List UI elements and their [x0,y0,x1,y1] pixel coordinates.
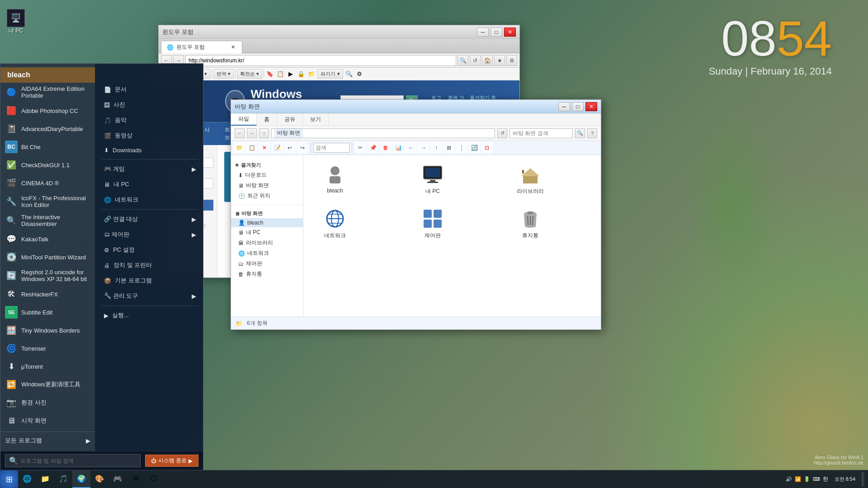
browser-tab-active[interactable]: 🌐 윈도우 포럼 ✕ [161,41,242,53]
tool-undo[interactable]: ↩ [284,142,296,154]
taskbar-clock[interactable]: 오전 8:54 [831,476,859,482]
tool-delete[interactable]: ✕ [259,142,270,154]
sm-checkdisk[interactable]: ✅ CheckDiskGUI 1.1 [0,156,95,174]
sm-torrenser[interactable]: 🌀 Torrenser [0,339,95,357]
file-network[interactable]: 네트워크 [308,204,362,244]
tree-downloads[interactable]: ⬇ 다운로드 [231,170,303,180]
search-btn2[interactable]: 확전손 ▾ [237,69,262,79]
sm-subtitleedit[interactable]: SE Subtitle Edit [0,303,95,321]
sm-minitool[interactable]: 💽 MiniTool Partition Wizard [0,248,95,266]
tool-extra1[interactable]: 🔄 [468,142,480,154]
taskbar-explorer[interactable]: 📁 [36,470,54,488]
ribbon-tab-share[interactable]: 공유 [277,113,303,126]
translate-btn[interactable]: 번역 ▾ [213,69,234,79]
tool-extra2[interactable]: ⊡ [481,142,493,154]
sm-reshacker[interactable]: 🛠 ResHackerFX [0,285,95,303]
sm-startscreen[interactable]: 🖥 시작 화면 [0,412,95,430]
show-desktop-button[interactable] [862,472,864,487]
tool-copy[interactable]: 📋 [246,142,258,154]
start-search-input[interactable] [20,458,88,464]
file-bleach[interactable]: bleach [308,160,362,199]
icon7[interactable]: ⚙ [355,70,364,79]
tray-icon3[interactable]: 🔋 [804,476,810,482]
tool-rename[interactable]: 📝 [271,142,283,154]
taskbar-media[interactable]: 🎵 [54,470,72,488]
tool-more[interactable]: ⋮ [456,142,467,154]
icon5[interactable]: 📁 [307,70,316,79]
ribbon-tab-file[interactable]: 파일 [231,113,257,126]
sm-ida[interactable]: 🔍 The Interactive Disassembler [0,211,95,230]
file-mypc[interactable]: 내 PC [406,160,460,199]
tool-back[interactable]: ← [405,142,417,154]
star-button[interactable]: ★ [494,55,505,66]
sm-right-admin[interactable]: 🔧 관리 도구▶ [102,288,198,304]
url-input[interactable] [185,55,456,66]
taskbar-ie[interactable]: 🌐 [18,470,36,488]
sm-photoshop[interactable]: 🟥 Adobe Photoshop CC [0,102,95,120]
tool-properties[interactable]: 📊 [392,142,404,154]
sm-aida64[interactable]: 🔵 AIDA64 Extreme Edition Portable [0,83,95,102]
sm-right-network[interactable]: 🌐네트워크 [102,192,198,207]
icon4[interactable]: 🔒 [297,70,306,79]
tree-trash[interactable]: 🗑 휴지통 [231,269,303,279]
ribbon-tab-home[interactable]: 홈 [257,113,277,126]
sm-tinywindows[interactable]: 🪟 Tiny Windows Borders [0,321,95,339]
sm-diary[interactable]: 📓 AdvancedDiaryPortable [0,120,95,138]
taskbar-browser-active[interactable]: 🌍 [72,470,90,488]
tray-icon1[interactable]: 🔊 [786,476,792,482]
tree-recent[interactable]: 🕐 최근 위치 [231,191,303,201]
exp-close-button[interactable]: ✕ [585,102,597,111]
tree-desktop[interactable]: 🖥 바탕 화면 [231,180,303,191]
sm-right-mypc[interactable]: 🖥내 PC [102,177,198,192]
taskbar-games[interactable]: 🎮 [108,470,127,488]
shutdown-button[interactable]: ⏻ 시스템 종료 ▶ [145,455,198,467]
exp-back-button[interactable]: ← [235,128,245,138]
exp-forward-button[interactable]: → [247,128,257,138]
sm-right-defaultprog[interactable]: 📦기본 프로그램 [102,273,198,288]
tab-close-button[interactable]: ✕ [229,44,236,51]
refresh-button[interactable]: ↺ [470,55,481,66]
sm-allprograms[interactable]: 모든 프로그램 ▶ [0,434,95,447]
tool-cut[interactable]: ✂ [354,142,366,154]
icon2[interactable]: 📋 [276,70,285,79]
sm-right-music[interactable]: 🎵음악 [102,113,198,128]
sm-kakao[interactable]: 💬 KakaoTalk [0,230,95,248]
file-control[interactable]: 제어판 [406,204,460,244]
sm-cinema4d[interactable]: 🎬 CINEMA 4D ® [0,174,95,192]
exp-search-button[interactable]: 🔍 [575,128,585,138]
exp-minimize-button[interactable]: ─ [558,102,570,111]
tree-bleach[interactable]: 👤 bleach [231,218,303,227]
tray-icon4[interactable]: ⌨ [813,476,820,482]
sm-right-downloads[interactable]: ⬇Downloads [102,143,198,157]
minimize-button[interactable]: ─ [477,28,489,37]
tool-redo[interactable]: ↪ [297,142,308,154]
exp-maximize-button[interactable]: □ [572,102,584,111]
file-trash[interactable]: 휴지통 [503,204,557,244]
icon6[interactable]: 🔍 [344,70,354,79]
sm-photo[interactable]: 📷 환경 사진 [0,394,95,412]
sm-right-docs[interactable]: 📄문서 [102,82,198,97]
sm-right-video[interactable]: 🎬동영상 [102,128,198,143]
search-button[interactable]: 🔍 [458,55,468,66]
sm-right-games[interactable]: 🎮 게임▶ [102,161,198,177]
exp-address-bar[interactable]: 바탕 화면 [271,128,495,138]
sm-right-devices[interactable]: 🖨장치 및 프린터 [102,258,198,273]
sm-icofx[interactable]: 🔧 IcoFX - The Professional Icon Editor [0,192,95,211]
tool-paste[interactable]: 📌 [367,142,379,154]
close-button[interactable]: ✕ [504,28,516,37]
bookmark-btn[interactable]: 파가기 ▾ [317,69,343,79]
tool-layout[interactable]: ⊞ [443,142,455,154]
tray-icon2[interactable]: 📶 [795,476,801,482]
tree-library[interactable]: 🏛 라이브러리 [231,238,303,248]
tool-new-folder[interactable]: 📁 [233,142,245,154]
home-button[interactable]: 🏠 [482,55,493,66]
sm-bitche[interactable]: BC Bit Che [0,138,95,156]
maximize-button[interactable]: □ [491,28,502,37]
file-library[interactable]: 라이브러리 [503,160,557,199]
settings-button[interactable]: ⚙ [506,55,517,66]
start-button[interactable]: ⊞ [0,470,18,488]
sm-utorrent[interactable]: ⬇ μTorrent [0,357,95,375]
icon3[interactable]: ▶ [286,70,295,79]
desktop-icon-mypc[interactable]: 🖥️ 내 PC [7,9,25,35]
sm-right-run[interactable]: ▶실행... [102,308,198,323]
